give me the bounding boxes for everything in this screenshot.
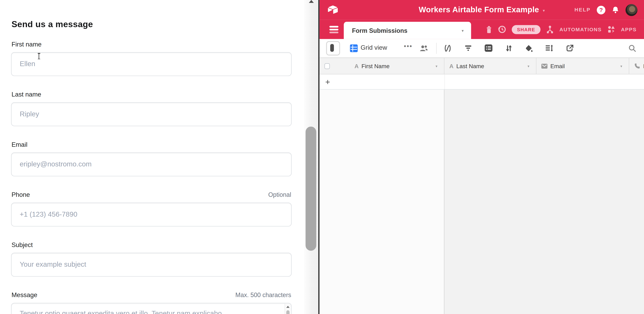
airtable-pane: Workers Airtable Form Example ▾ HELP ? F… (320, 0, 644, 314)
apps-button[interactable]: APPS (621, 27, 637, 32)
add-row[interactable]: + (320, 74, 644, 90)
trash-icon[interactable] (485, 25, 492, 34)
grid-header-row: A First Name ▾ A Last Name ▾ Email ▾ (320, 58, 644, 75)
message-label: Message (12, 291, 37, 299)
subject-label: Subject (12, 241, 32, 248)
base-actions: SHARE AUTOMATIONS APPS (485, 20, 636, 39)
table-tab-bar: Form Submissions ▾ SHARE AUTOMATIONS A (320, 20, 644, 39)
column-header-last-name[interactable]: A Last Name ▾ (444, 58, 536, 74)
first-name-label: First name (12, 41, 42, 48)
column-header-email[interactable]: Email ▾ (536, 58, 629, 74)
color-icon[interactable] (525, 45, 533, 53)
plus-icon[interactable]: + (325, 77, 330, 87)
field-email: Email (11, 141, 292, 176)
column-header-phone[interactable]: Phone (629, 58, 644, 74)
page-scrollbar-thumb[interactable] (306, 127, 316, 251)
view-name[interactable]: Grid view (360, 44, 387, 51)
column-divider (444, 74, 445, 89)
airtable-topbar: Workers Airtable Form Example ▾ HELP ? (320, 0, 644, 20)
history-icon[interactable] (498, 25, 506, 34)
sidebar-bar-icon (330, 44, 334, 52)
chevron-down-icon[interactable]: ▾ (620, 64, 622, 68)
message-text: Tenetur optio quaerat expedita vero et i… (12, 303, 291, 314)
user-avatar[interactable] (626, 4, 638, 16)
chevron-down-icon[interactable]: ▾ (528, 64, 530, 68)
automations-icon[interactable] (546, 25, 554, 34)
toolbar-divider (436, 43, 436, 54)
topbar-actions: HELP ? (574, 0, 637, 20)
text-cursor-icon (37, 53, 41, 59)
search-icon[interactable] (628, 45, 636, 52)
field-last-name: Last name (11, 91, 292, 126)
phone-optional-hint: Optional (268, 191, 291, 198)
column-name: First Name (362, 63, 390, 69)
email-input[interactable] (11, 153, 292, 176)
share-view-icon[interactable] (566, 45, 574, 52)
question-icon[interactable]: ? (597, 6, 606, 14)
bell-icon[interactable] (612, 6, 620, 14)
collaborators-icon[interactable] (419, 45, 428, 52)
view-toolbar: Grid view ●●● (320, 39, 644, 58)
hide-fields-icon[interactable] (444, 45, 451, 52)
base-title: Workers Airtable Form Example (419, 5, 539, 14)
subject-input[interactable] (11, 253, 292, 277)
phone-input[interactable] (11, 203, 292, 226)
column-name: Last Name (456, 63, 484, 69)
message-textarea[interactable]: Tenetur optio quaerat expedita vero et i… (11, 303, 292, 314)
phone-field-type-icon (634, 63, 640, 69)
page-scrollbar[interactable] (304, 0, 318, 314)
scroll-up-icon[interactable] (286, 306, 290, 308)
chevron-down-icon: ▾ (543, 7, 545, 13)
scrollbar-thumb[interactable] (286, 310, 289, 314)
share-button[interactable]: SHARE (512, 25, 540, 34)
column-name: Phone (643, 63, 644, 69)
automations-button[interactable]: AUTOMATIONS (559, 27, 602, 32)
hamburger-menu-icon[interactable] (329, 26, 338, 33)
form-title: Send us a message (12, 19, 93, 29)
email-label: Email (12, 141, 27, 148)
field-phone: PhoneOptional (11, 191, 292, 226)
pane-divider (318, 0, 320, 314)
group-icon[interactable] (484, 45, 492, 52)
field-first-name: First name (11, 41, 292, 76)
apps-icon[interactable] (607, 25, 616, 34)
scroll-up-icon[interactable] (309, 0, 314, 3)
column-header-first-name[interactable]: A First Name ▾ (320, 58, 444, 74)
help-button[interactable]: HELP (574, 7, 590, 13)
phone-label: Phone (12, 191, 30, 198)
text-field-type-icon: A (449, 63, 454, 69)
chevron-down-icon[interactable]: ▾ (436, 64, 437, 68)
column-name: Email (550, 63, 565, 69)
screen: Send us a message First name Last name E… (0, 0, 644, 314)
contact-form-pane: Send us a message First name Last name E… (0, 0, 304, 314)
last-name-label: Last name (12, 91, 41, 98)
grid-body (320, 90, 644, 314)
row-height-icon[interactable] (545, 45, 553, 52)
sort-icon[interactable] (505, 45, 512, 52)
filter-icon[interactable] (464, 45, 472, 52)
grid-view-icon (350, 45, 358, 52)
tab-form-submissions[interactable]: Form Submissions ▾ (344, 22, 471, 39)
field-subject: Subject (11, 241, 292, 276)
email-field-type-icon (541, 64, 548, 69)
message-scrollbar[interactable] (285, 304, 291, 314)
field-message: MessageMax. 500 characters Tenetur optio… (11, 291, 292, 314)
message-max-hint: Max. 500 characters (235, 291, 291, 298)
first-name-input[interactable] (11, 52, 292, 76)
chevron-down-icon: ▾ (462, 28, 464, 33)
active-table-name: Form Submissions (352, 27, 408, 34)
grid-body-first-column-area (320, 90, 444, 314)
last-name-input[interactable] (11, 102, 292, 126)
views-sidebar-toggle[interactable] (326, 41, 340, 56)
text-field-type-icon: A (354, 63, 358, 69)
view-options-icon[interactable]: ●●● (404, 44, 412, 48)
